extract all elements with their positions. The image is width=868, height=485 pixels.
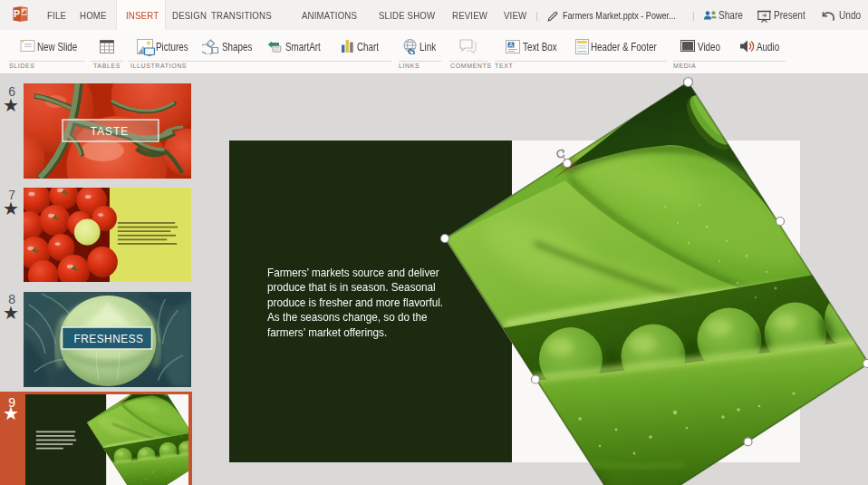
svg-text:TASTE: TASTE [90, 125, 128, 138]
svg-text:FRESHNESS: FRESHNESS [73, 332, 143, 344]
svg-text:A: A [509, 41, 514, 47]
svg-text:P: P [14, 8, 20, 19]
